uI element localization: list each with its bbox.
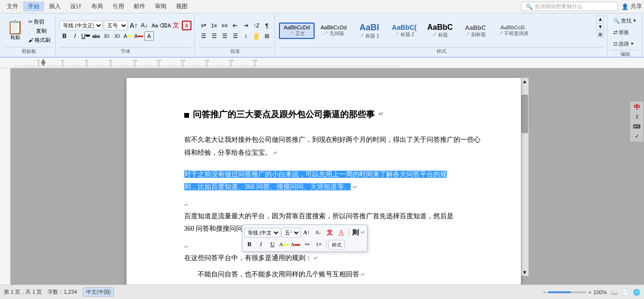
tray-icon-shift[interactable]: ⇧ (631, 112, 643, 122)
arrow-icon7: ↗ (498, 31, 503, 36)
menu-view[interactable]: 视图 (171, 1, 192, 12)
scroll-thumb[interactable] (521, 95, 528, 133)
mini-bold-button[interactable]: B (244, 239, 255, 250)
format-painter-button[interactable]: 🖌 格式刷 (26, 36, 52, 44)
mini-style-button[interactable]: 样式 (328, 240, 345, 249)
document-area[interactable]: 问答推广的三大要点及跟外包公司撕逼的那些事 ↵ 前不久老大让我对接外包公司做问答… (11, 68, 644, 286)
tray-icon-input[interactable]: ⌨ (631, 122, 643, 131)
mini-italic-button[interactable]: I (256, 239, 266, 250)
style-wujianxi[interactable]: AaBbCcDd ↗ 无间隔 (316, 23, 351, 39)
style-bumingxian[interactable]: AaBbCcD. ↗ 不明显强调 (493, 23, 533, 39)
menu-insert[interactable]: 插入 (44, 1, 65, 12)
tray-icon-zhong[interactable]: 中 (631, 102, 643, 112)
style-biaoti-label: ↗ 标题 (432, 32, 448, 38)
mini-highlight-button[interactable]: A (279, 239, 290, 250)
line-spacing-button[interactable]: ↕ (241, 31, 251, 41)
mini-numbering-button[interactable]: 1≡ (314, 239, 324, 250)
mini-bullets-button[interactable]: ≡• (302, 239, 313, 250)
menu-file[interactable]: 文件 (2, 1, 23, 12)
menu-home[interactable]: 开始 (23, 1, 44, 12)
replace-label: 替换 (619, 29, 629, 36)
mini-font-color-button[interactable]: A (290, 239, 301, 250)
scroll-up-button[interactable]: ▲ (521, 78, 528, 85)
align-left-button[interactable]: ☰ (199, 31, 208, 41)
mini-font-family[interactable]: 等线 (中文 (244, 228, 280, 237)
paragraph-2[interactable]: 对于之前没有做过问答推广的小白来说，可以先用上一周的时间来了解各大问答平台的规 … (184, 168, 482, 194)
paragraph-5[interactable]: 不能自问自答，也不能多次用同样的几个账号互相回答 ↵ (198, 268, 482, 281)
find-button[interactable]: 🔍 查找 ▼ (611, 15, 639, 26)
increase-indent-button[interactable]: ⇥ (241, 21, 251, 30)
numbering-button[interactable]: 1≡ (209, 21, 219, 30)
shading-button[interactable]: ▓ (252, 31, 261, 41)
doc-char-indicator-5: ↵ (361, 272, 365, 277)
replace-button[interactable]: ⇄ 替换 (611, 27, 639, 37)
mini-underline-button[interactable]: U (267, 239, 278, 250)
replace-icon: ⇄ (613, 29, 618, 36)
search-bar[interactable]: 🔍 告诉我你想要做什么 (521, 2, 618, 11)
style-zhengwen[interactable]: AaBbCcDd ↗ 正文 (279, 23, 315, 39)
menu-references[interactable]: 引用 (108, 1, 129, 12)
change-case-button[interactable]: Aa (150, 21, 160, 30)
menu-layout[interactable]: 布局 (87, 1, 108, 12)
pilcrow-2: ↵ (353, 184, 357, 190)
mini-shrink-button[interactable]: A↓ (313, 227, 324, 238)
styles-scroll-down[interactable]: ▼ (596, 23, 604, 30)
mini-highlight-text-button[interactable]: 文 (325, 227, 335, 238)
italic-button[interactable]: I (70, 31, 80, 41)
bold-button[interactable]: B (60, 31, 69, 41)
svg-text:20: 20 (253, 59, 257, 63)
sort-button[interactable]: ↑Z (252, 21, 261, 30)
subscript-button[interactable]: X2 (102, 31, 112, 41)
styles-scroll-up[interactable]: ▲ (596, 15, 604, 22)
font-char-button[interactable]: A (144, 31, 154, 41)
clipboard-label: 剪贴板 (5, 47, 52, 56)
font-extra-button[interactable]: 文 (171, 21, 181, 30)
mini-grow-button[interactable]: A↑ (302, 227, 312, 238)
font-grow-button[interactable]: A↑ (129, 21, 139, 30)
copy-button[interactable]: 📄 复制 (26, 27, 52, 35)
justify-button[interactable]: ☰ (230, 31, 240, 41)
font-color-button[interactable]: A (134, 31, 143, 41)
style-biaoti[interactable]: AaBbC ↗ 标题 (422, 21, 457, 40)
clear-format-button[interactable]: ⌫A (161, 21, 170, 30)
menu-design[interactable]: 设计 (65, 1, 87, 12)
mini-font-size[interactable]: 五号 (281, 228, 301, 237)
font-family-select[interactable]: 等线 (中文正) (60, 21, 103, 30)
copy-label: 复制 (36, 27, 47, 35)
style-biaoti2[interactable]: AaBbC( ↗ 标题 2 (387, 22, 421, 40)
scroll-down-button[interactable]: ▼ (521, 269, 528, 276)
font-size-select[interactable]: 五号 (104, 21, 128, 30)
cut-button[interactable]: ✂ 剪切 (26, 18, 52, 26)
paragraph-1[interactable]: 前不久老大让我对接外包公司做问答推广，到现在刚好两个月的时间，得出了关于问答推广… (184, 134, 482, 159)
style-biaoti1[interactable]: AaBl ↗ 标题 1 (353, 21, 386, 41)
paragraph-4[interactable]: 在这些问答平台中，有很多是通用的规则： ↵ (184, 252, 482, 265)
tray-icon-check[interactable]: ✓ (631, 131, 643, 141)
show-para-marks-button[interactable]: ¶ (262, 21, 272, 30)
menu-mailings[interactable]: 邮件 (129, 1, 150, 12)
styles-group: AaBbCcDd ↗ 正文 AaBbCcDd ↗ 无间隔 AaBl (276, 14, 607, 56)
styles-content: AaBbCcDd ↗ 正文 AaBbCcDd ↗ 无间隔 AaBl (279, 15, 604, 46)
decrease-indent-button[interactable]: ⇤ (230, 21, 240, 30)
mini-font-color-btn[interactable]: A (336, 227, 347, 238)
bullets-button[interactable]: ≡• (199, 21, 208, 30)
menu-review[interactable]: 审阅 (150, 1, 171, 12)
font-box-button[interactable]: A (182, 21, 191, 30)
multilevel-list-button[interactable]: ≡≡ (220, 21, 229, 30)
paragraph-label: 段落 (199, 47, 272, 56)
styles-expand[interactable]: ⊞ (596, 31, 604, 37)
scrollbar-right[interactable]: ▲ ▼ (521, 78, 529, 276)
font-shrink-button[interactable]: A↓ (139, 21, 149, 30)
align-center-button[interactable]: ☰ (209, 31, 219, 41)
underline-button[interactable]: U (81, 31, 90, 41)
align-right-button[interactable]: ☰ (220, 31, 229, 41)
document-page[interactable]: 问答推广的三大要点及跟外包公司撕逼的那些事 ↵ 前不久老大让我对接外包公司做问答… (126, 78, 521, 286)
strikethrough-button[interactable]: abc (91, 31, 101, 41)
paste-button[interactable]: 📋 粘贴 (5, 20, 25, 42)
style-zhengwen-preview: AaBbCcDd (284, 25, 310, 30)
superscript-button[interactable]: X2 (113, 31, 122, 41)
select-button[interactable]: ⊡ 选择 ▼ (611, 38, 639, 49)
style-fubiaoti[interactable]: AaBbC ↗ 副标题 (459, 22, 492, 40)
borders-button[interactable]: ⊞ (262, 31, 272, 41)
share-button[interactable]: 👤 共享 (621, 2, 642, 11)
highlight-button[interactable]: A (123, 31, 133, 41)
